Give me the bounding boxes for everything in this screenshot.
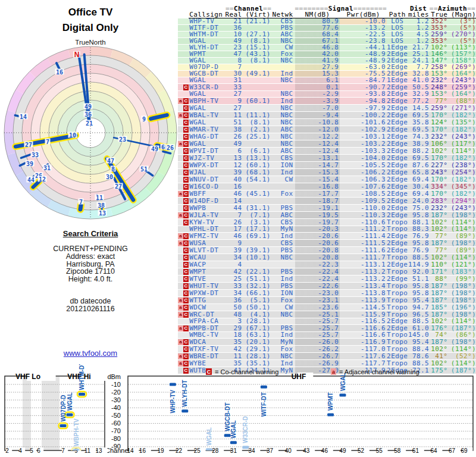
- power-cell: -93.8: [340, 91, 387, 98]
- distance-cell: 78.6: [408, 353, 429, 360]
- network-cell: Ind: [272, 169, 295, 176]
- uhf-channel-tick: 25: [194, 447, 201, 454]
- callsign-cell: WMPT: [189, 268, 225, 276]
- table-row: CWACP4-22.3-113.12Edge114.9110°(121°): [178, 261, 476, 268]
- real-channel-cell: 34: [226, 290, 242, 297]
- path-cell: 2Edge: [387, 140, 408, 148]
- real-channel-cell: 49: [226, 140, 242, 148]
- tvfool-link[interactable]: www.tvfool.com: [64, 349, 117, 358]
- virtual-channel-cell: (2.1): [242, 126, 272, 133]
- power-cell: -113.9: [340, 297, 387, 304]
- network-cell: Ind: [272, 233, 295, 240]
- network-cell: ION: [272, 162, 295, 169]
- network-cell: NBC: [272, 91, 295, 98]
- callsign-cell: WPXW-DT: [189, 290, 225, 297]
- warning-marker: C: [178, 105, 189, 112]
- radar-channel-label: 31: [43, 165, 51, 171]
- cochannel-warning-icon: C: [183, 312, 189, 318]
- warning-marker: C: [178, 155, 189, 162]
- uhf-panel-frame: [128, 376, 473, 450]
- power-cell: -111.2: [340, 226, 387, 233]
- path-cell: 2Edge: [387, 190, 408, 198]
- callsign-cell: WHAG-DT: [189, 133, 225, 140]
- north-marker: N: [74, 51, 80, 59]
- power-cell: -101.6: [340, 119, 387, 126]
- virtual-channel-cell: (8.1): [242, 58, 272, 64]
- warning-marker: [178, 77, 189, 84]
- report-title: Office TV Digital Only: [0, 5, 181, 36]
- path-cell: 2Edge: [387, 318, 408, 325]
- distance-cell: 88.2: [408, 148, 429, 155]
- virtual-channel-cell: (60.1): [242, 98, 272, 105]
- true-azimuth-cell: 232°: [429, 77, 448, 84]
- report-title-line1: Office TV: [0, 5, 181, 20]
- distance-cell: 76.9: [408, 233, 429, 240]
- path-cell: Tropo: [387, 226, 408, 233]
- magnetic-azimuth-cell: (198°): [448, 297, 476, 304]
- power-cell: -116.6: [340, 332, 387, 339]
- warning-marker: aC: [178, 190, 189, 198]
- true-azimuth-cell: 283°: [429, 198, 448, 205]
- network-cell: NBC: [272, 254, 295, 261]
- uhf-channel-tick: 40: [285, 447, 292, 454]
- real-channel-cell: 27: [226, 105, 242, 112]
- distance-cell: 88.3: [408, 226, 429, 233]
- vhf-channel-tick: 11: [84, 447, 91, 454]
- cochannel-warning-icon: C: [183, 220, 189, 226]
- dbm-tick-label: -70: [111, 427, 121, 434]
- warning-marker: [178, 32, 189, 38]
- uhf-channel-tick: 52: [358, 447, 365, 454]
- adjacent-warning-icon: a: [178, 141, 183, 147]
- callsign-cell: WTVE: [189, 276, 225, 283]
- real-channel-cell: 39: [226, 169, 242, 176]
- table-row: CWPXW-DT34(66.1)ION-23.0-113.8Tropo95.81…: [178, 290, 476, 297]
- table-row: WPHL-DT17(17.1)MyN-20.3-111.2Tropo88.310…: [178, 226, 476, 233]
- virtual-channel-cell: (13.1): [242, 155, 272, 162]
- noise-margin-cell: 6.1: [295, 77, 340, 84]
- adjacent-warning-icon: a: [178, 312, 183, 318]
- radar-channel-label: 49: [151, 146, 158, 152]
- radar-channel-label: 8: [111, 166, 115, 173]
- virtual-channel-cell: (32.1): [242, 283, 272, 290]
- uhf-channel-tick: 22: [176, 447, 183, 454]
- cochannel-warning-icon: C: [183, 353, 189, 359]
- magnetic-azimuth-cell: (114°): [448, 148, 476, 155]
- azimuth-radar-chart: 4936211614923496261072733393126441271138…: [0, 35, 184, 221]
- cochannel-warning-icon: C: [183, 155, 189, 161]
- search-criteria-lines: CURRENT+PENDINGAddress: exactHarrisburg,…: [0, 245, 181, 283]
- warning-marker: aC: [178, 233, 189, 240]
- callsign-cell: WMBC-TV: [189, 332, 225, 339]
- truenorth-label: TrueNorth: [75, 39, 105, 46]
- distance-cell: 69.5: [408, 112, 429, 119]
- cochannel-warning-icon: C: [183, 191, 189, 197]
- power-cell: -117.6: [340, 353, 387, 360]
- station-label: WHP-TV: [170, 390, 176, 414]
- warning-marker: C: [178, 84, 189, 91]
- true-azimuth-cell: 102°: [429, 226, 448, 233]
- callsign-cell: WFPA-CA: [189, 318, 225, 325]
- real-channel-cell: 33: [226, 283, 242, 290]
- network-cell: NBC: [272, 311, 295, 318]
- cochannel-warning-icon: C: [183, 141, 189, 147]
- warning-marker: C: [178, 183, 189, 190]
- warning-marker: C: [178, 254, 189, 261]
- callsign-cell: WBRE-DT: [189, 353, 225, 360]
- path-cell: 2Edge: [387, 353, 408, 360]
- callsign-cell: WGAL: [189, 77, 225, 84]
- callsign-cell: WGAL: [189, 140, 225, 148]
- criteria-line: Address: exact: [0, 253, 181, 261]
- callsign-cell: WWPB: [189, 205, 225, 212]
- warning-marker: C: [178, 126, 189, 133]
- table-row: CWMAR-TV38(2.1)ABC-12.0-102.92Edge69.517…: [178, 126, 476, 133]
- radar-channel-label: 47: [107, 158, 114, 164]
- path-cell: Tropo: [387, 332, 408, 339]
- distance-cell: 95.4: [408, 339, 429, 346]
- path-cell: 2Edge: [387, 240, 408, 247]
- power-cell: -97.9: [340, 105, 387, 112]
- distance-cell: 69.4: [408, 176, 429, 183]
- distance-cell: 76.9: [408, 247, 429, 254]
- real-channel-cell: 46: [226, 233, 242, 240]
- station-bar-group: [65, 412, 74, 417]
- real-channel-cell: 51: [226, 119, 242, 126]
- power-cell: -107.6: [340, 183, 387, 190]
